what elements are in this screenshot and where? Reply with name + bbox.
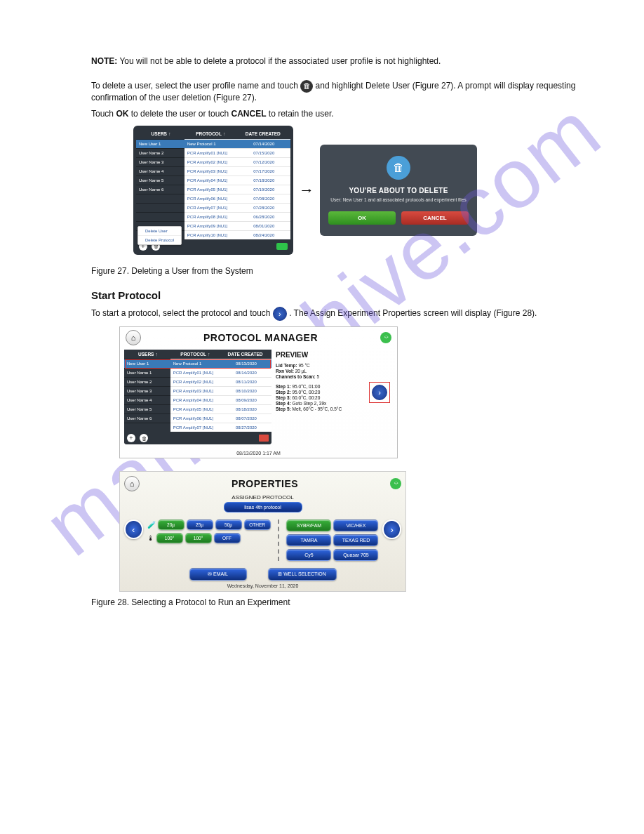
email-button[interactable]: ✉ EMAIL [189, 568, 247, 581]
menu-delete-protocol[interactable]: Delete Protocol [138, 236, 181, 244]
start-protocol-text: To start a protocol, select the protocol… [91, 307, 581, 321]
chevron-right-icon: › [273, 307, 287, 321]
vol-other[interactable]: OTHER [244, 519, 271, 530]
well-selection-button[interactable]: ⊞ WELL SELECTION [268, 568, 337, 581]
temp-icon: 🌡 [147, 534, 154, 542]
col-date[interactable]: DATE CREATED [220, 352, 270, 357]
wifi-icon: ⌔ [390, 478, 401, 489]
temp-100a[interactable]: 100° [156, 533, 183, 543]
pm-title: PROTOCOL MANAGER [141, 332, 380, 343]
dialog-title: YOU'RE ABOUT TO DELETE [328, 187, 469, 194]
ok-button[interactable]: OK [328, 211, 396, 225]
dye-quasar[interactable]: Quasar 705 [333, 549, 378, 561]
preview-title: PREVIEW [276, 351, 393, 359]
delete-user-p1: To delete a user, select the user profil… [91, 80, 581, 104]
table-row[interactable]: User Name 4PCR Amplify04 [NU1]08/09/2020 [124, 395, 271, 404]
next-button[interactable]: › [382, 519, 401, 539]
pm-table: USERS↑ PROTOCOL↑ DATE CREATED New User 1… [124, 350, 271, 444]
table-row[interactable]: User Name 6PCR Amplify05 [NU1]07/19/2020 [136, 185, 290, 194]
table-row[interactable]: PCR Amplify06 [NU1]07/08/2020 [136, 194, 290, 203]
col-users[interactable]: USERS↑ [137, 131, 185, 136]
col-protocol[interactable]: PROTOCOL↑ [185, 131, 236, 136]
dye-tamra[interactable]: TAMRA [286, 534, 331, 546]
next-button-highlight: › [369, 382, 390, 403]
home-button[interactable]: ⌂ [124, 476, 140, 491]
confirm-dialog: 🗑 YOU'RE ABOUT TO DELETE User: New User … [320, 145, 477, 236]
wifi-icon: ⌔ [380, 332, 391, 343]
col-date[interactable]: DATE CREATED [237, 131, 289, 136]
table-row[interactable]: User Name 3PCR Amplify02 [NU1]07/12/2020 [136, 157, 290, 166]
vol-20[interactable]: 20µ [158, 519, 185, 530]
delete-user-p2: Touch OK to delete the user or touch CAN… [91, 109, 581, 120]
prev-button[interactable]: ‹ [124, 519, 143, 539]
dye-cy5[interactable]: Cy5 [286, 549, 331, 561]
assigned-protocol[interactable]: lisas 4th protocol [224, 502, 302, 512]
volume-icon: 🧪 [147, 521, 156, 529]
temp-off[interactable]: OFF [214, 533, 241, 543]
trash-button[interactable]: 🗑 [140, 434, 148, 442]
table-row[interactable]: User Name 4PCR Amplify03 [NU1]07/17/2020 [136, 166, 290, 176]
table-row[interactable]: User Name 1PCR Amplify01 [NU1]08/14/2020 [124, 368, 271, 377]
cancel-button[interactable]: CANCEL [401, 211, 469, 225]
trash-icon: 🗑 [300, 80, 313, 93]
delete-menu: Delete User Delete Protocol [137, 226, 182, 245]
dye-sybr[interactable]: SYBR/FAM [286, 519, 331, 531]
pm-timestamp: 08/13/2020 1:17 AM [120, 449, 397, 458]
dialog-subtitle: User: New User 1 and all associated prot… [328, 197, 469, 203]
table-row[interactable]: PCR Amplify07 [NU1]08/27/2020 [124, 423, 271, 432]
dye-texasred[interactable]: TEXAS RED [333, 534, 378, 546]
next-button[interactable]: › [372, 385, 387, 400]
table-row[interactable]: User Name 5PCR Amplify04 [NU1]07/18/2020 [136, 176, 290, 185]
highlight-box [125, 359, 271, 369]
dye-vic[interactable]: VIC/HEX [333, 519, 378, 531]
add-button[interactable]: + [127, 434, 135, 442]
start-protocol-heading: Start Protocol [91, 289, 581, 301]
table-row[interactable]: User Name 2PCR Amplify02 [NU1]08/11/2020 [124, 377, 271, 386]
figure28-caption: Figure 28. Selecting a Protocol to Run a… [91, 597, 581, 609]
col-protocol[interactable]: PROTOCOL↑ [170, 352, 220, 357]
note-text: NOTE: You will not be able to delete a p… [91, 56, 581, 67]
trash-icon: 🗑 [387, 156, 410, 180]
sort-icon: ↑ [223, 131, 226, 136]
sort-icon: ↑ [168, 131, 171, 136]
table-row[interactable]: PCR Amplify08 [NU1]06/28/2020 [136, 212, 290, 221]
table-row[interactable]: New User 1New Protocol 107/14/2020 [136, 139, 290, 148]
properties-title: PROPERTIES [140, 478, 390, 489]
menu-delete-user[interactable]: Delete User [138, 227, 181, 236]
table-row[interactable]: User Name 6PCR Amplify06 [NU1]08/07/2020 [124, 413, 271, 423]
table-row[interactable]: PCR Amplify07 [NU1]07/28/2020 [136, 203, 290, 212]
arrow-icon: → [299, 181, 314, 199]
export-button[interactable] [259, 435, 269, 442]
col-users[interactable]: USERS↑ [126, 352, 170, 357]
divider [278, 519, 280, 561]
temp-100b[interactable]: 100° [185, 533, 212, 543]
properties-timestamp: Wednesday, November 11, 2020 [124, 583, 401, 588]
properties-screen: ⌂ PROPERTIES ⌔ ASSIGNED PROTOCOL lisas 4… [119, 471, 406, 592]
home-button[interactable]: ⌂ [126, 330, 141, 345]
protocol-manager-screen: ⌂ PROTOCOL MANAGER ⌔ USERS↑ PROTOCOL↑ DA… [119, 326, 398, 458]
figure27-caption: Figure 27. Deleting a User from the Syst… [91, 266, 581, 277]
table-row[interactable]: User Name 2PCR Amplify01 [NU1]07/15/2020 [136, 148, 290, 157]
vol-50[interactable]: 50µ [215, 519, 242, 530]
table-row[interactable]: User Name 5PCR Amplify05 [NU1]08/18/2020 [124, 404, 271, 413]
table-row[interactable]: User Name 3PCR Amplify03 [NU1]08/10/2020 [124, 386, 271, 395]
preview-step: Step 5: Melt, 60°C - 95°C, 0.5°C [276, 406, 393, 411]
run-button[interactable] [276, 243, 288, 250]
assigned-label: ASSIGNED PROTOCOL [124, 494, 401, 501]
protocol-table-panel: USERS↑ PROTOCOL↑ DATE CREATED New User 1… [133, 126, 293, 255]
vol-25[interactable]: 25µ [187, 519, 213, 530]
